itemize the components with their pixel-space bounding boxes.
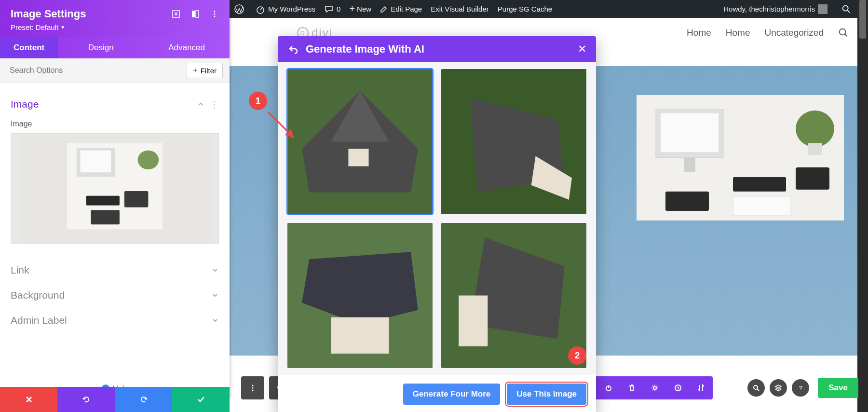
settings-button[interactable] [643,376,666,399]
svg-rect-40 [459,296,488,346]
confirm-button[interactable] [172,387,230,412]
section-link-label: Link [11,264,211,276]
save-button[interactable]: Save [818,378,858,398]
svg-point-52 [754,385,758,389]
modal-header: Generate Image With AI ✕ [278,36,596,62]
svg-rect-10 [733,177,786,192]
close-icon[interactable]: ✕ [578,43,586,55]
svg-point-3 [840,29,846,35]
dashboard-link[interactable]: My WordPress [256,4,315,14]
caret-down-icon: ▼ [60,25,65,30]
find-button[interactable] [747,379,765,397]
svg-rect-37 [331,317,389,354]
chevron-up-icon [197,100,204,108]
svg-rect-23 [81,151,111,173]
sort-button[interactable] [690,376,713,399]
image-thumbnail[interactable] [11,133,219,244]
site-name: My WordPress [268,5,315,13]
admin-search[interactable] [836,4,854,14]
tab-design[interactable]: Design [58,37,144,58]
purge-cache-link[interactable]: Purge SG Cache [498,5,552,13]
nav-home-2[interactable]: Home [726,27,750,38]
use-image-button[interactable]: Use This Image [507,384,586,405]
annotation-arrow [264,108,303,147]
layers-button[interactable] [770,379,787,397]
new-label: New [357,5,371,13]
section-background[interactable]: Background [11,283,219,308]
nav-uncategorized[interactable]: Uncategorized [764,27,824,38]
ai-image-modal: Generate Image With AI ✕ Generate Four M… [278,36,596,412]
wp-logo[interactable] [234,4,247,14]
modal-footer: Generate Four More Use This Image [278,375,596,412]
svg-point-19 [214,16,216,17]
annotation-1: 1 [249,92,267,110]
svg-point-17 [214,11,216,13]
section-link[interactable]: Link [11,258,219,283]
page-image-module[interactable] [637,95,844,220]
svg-rect-6 [661,113,719,152]
wp-admin-bar: My WordPress 0 +New Edit Page Exit Visua… [230,0,868,18]
toolbar-menu[interactable] [241,376,264,399]
toolbar-right-group: ? Save [747,378,858,398]
tab-content[interactable]: Content [0,37,58,58]
howdy-user[interactable]: Howdy, thechristophermorris [723,4,827,14]
section-image[interactable]: Image ⋮ [11,92,219,117]
svg-rect-26 [124,191,149,207]
scroll-thumb[interactable] [859,0,866,39]
tab-advanced[interactable]: Advanced [144,37,230,58]
purge-label: Purge SG Cache [498,5,552,13]
history-button[interactable] [666,376,690,399]
svg-rect-13 [665,192,709,211]
filter-button[interactable]: +Filter [187,63,223,78]
page-scrollbar[interactable] [857,0,868,412]
search-row: +Filter [0,58,230,83]
section-more-icon[interactable]: ⋮ [209,98,219,110]
back-icon[interactable] [287,43,299,55]
preset-dropdown[interactable]: Preset: Default▼ [11,23,219,31]
search-input[interactable] [7,62,187,79]
undo-button[interactable] [57,387,115,412]
svg-rect-16 [196,11,199,17]
generated-image-2[interactable] [441,69,586,214]
cancel-button[interactable] [0,387,57,412]
settings-tabs: Content Design Advanced [0,37,230,58]
exit-label: Exit Visual Builder [431,5,489,13]
plus-icon: + [193,66,197,75]
svg-point-50 [653,386,656,389]
snap-icon[interactable] [191,10,200,18]
panel-footer [0,387,230,412]
panel-header: Image Settings Preset: Default▼ [0,0,230,37]
panel-title: Image Settings [11,8,172,20]
svg-point-42 [252,387,254,389]
delete-button[interactable] [620,376,643,399]
nav-home-1[interactable]: Home [687,27,711,38]
more-icon[interactable] [210,10,219,18]
redo-button[interactable] [115,387,172,412]
chevron-down-icon [211,266,219,274]
expand-icon[interactable] [172,10,180,18]
svg-point-24 [138,151,159,170]
svg-point-43 [252,390,254,391]
generated-image-3[interactable] [287,223,433,368]
thumbnail-photo [11,134,218,244]
generated-image-1[interactable] [287,69,433,214]
annotation-2: 2 [568,346,586,365]
section-admin-label[interactable]: Admin Label [11,308,219,333]
modal-title: Generate Image With AI [306,43,424,55]
svg-rect-11 [796,167,829,190]
svg-rect-27 [91,210,119,225]
comments-link[interactable]: 0 [324,4,340,14]
power-button[interactable] [597,376,620,399]
nav-search-icon[interactable] [838,27,849,38]
svg-point-2 [843,5,848,11]
generated-image-4[interactable] [441,223,586,368]
edit-page-link[interactable]: Edit Page [380,5,422,13]
exit-builder-link[interactable]: Exit Visual Builder [431,5,489,13]
svg-point-41 [252,385,254,386]
help-button[interactable]: ? [792,379,809,397]
svg-rect-15 [192,11,195,17]
chevron-down-icon [211,291,219,299]
new-link[interactable]: +New [349,3,371,14]
modal-body [278,62,596,375]
generate-more-button[interactable]: Generate Four More [403,384,501,405]
